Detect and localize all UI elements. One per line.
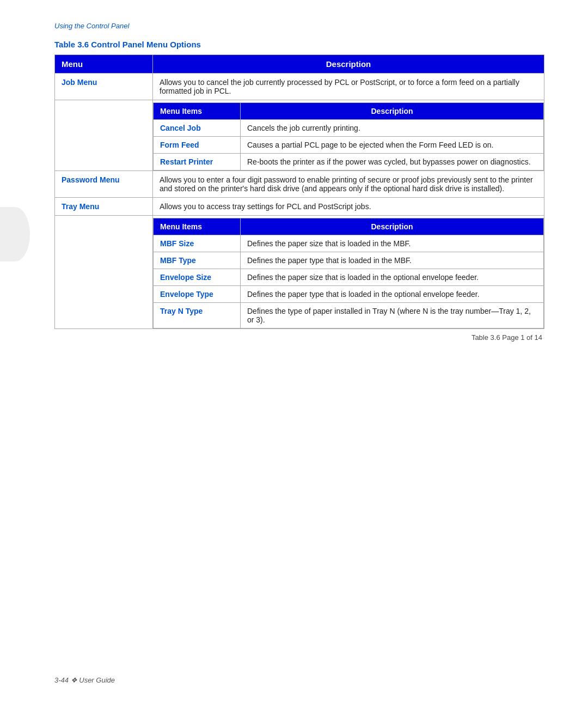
page-content: Using the Control Panel Table 3.6 Contro…: [0, 0, 588, 374]
item-desc-cell: Cancels the job currently printing.: [241, 120, 544, 137]
page-footer: Table 3.6 Page 1 of 14: [54, 333, 544, 342]
inner-table-row: Envelope SizeDefines the paper size that…: [154, 269, 544, 286]
desc-cell: Allows you to cancel the job currently p…: [153, 74, 544, 100]
main-table-header-row: Menu Description: [55, 55, 544, 74]
inner-table: Menu ItemsDescriptionCancel JobCancels t…: [153, 102, 544, 171]
menu-name-cell: Job Menu: [55, 74, 153, 100]
menu-name-cell: Password Menu: [55, 171, 153, 198]
sub-table-cell: Menu ItemsDescriptionMBF SizeDefines the…: [153, 216, 544, 329]
inner-header-description: Description: [241, 103, 544, 120]
item-name-cell: Envelope Size: [154, 269, 241, 286]
item-name-cell: Tray N Type: [154, 303, 241, 328]
sub-table-row: Menu ItemsDescriptionMBF SizeDefines the…: [55, 216, 544, 329]
empty-cell: [55, 100, 153, 171]
item-name-cell: Envelope Type: [154, 286, 241, 303]
main-header-desc: Description: [153, 55, 544, 74]
inner-table: Menu ItemsDescriptionMBF SizeDefines the…: [153, 218, 544, 328]
table-row: Password MenuAllows you to enter a four …: [55, 171, 544, 198]
item-desc-cell: Defines the paper type that is loaded in…: [241, 252, 544, 269]
desc-cell: Allows you to enter a four digit passwor…: [153, 171, 544, 198]
item-name-cell: Form Feed: [154, 137, 241, 154]
empty-cell: [55, 216, 153, 329]
main-header-menu: Menu: [55, 55, 153, 74]
inner-table-row: MBF SizeDefines the paper size that is l…: [154, 235, 544, 252]
item-desc-cell: Defines the paper size that is loaded in…: [241, 269, 544, 286]
inner-table-row: Envelope TypeDefines the paper type that…: [154, 286, 544, 303]
inner-header-row: Menu ItemsDescription: [154, 218, 544, 235]
bottom-footer: 3-44 ❖ User Guide: [54, 676, 115, 684]
inner-table-row: MBF TypeDefines the paper type that is l…: [154, 252, 544, 269]
inner-header-row: Menu ItemsDescription: [154, 103, 544, 120]
inner-table-row: Form FeedCauses a partial PCL page to be…: [154, 137, 544, 154]
item-desc-cell: Defines the type of paper installed in T…: [241, 303, 544, 328]
menu-name-cell: Tray Menu: [55, 198, 153, 216]
inner-table-row: Tray N TypeDefines the type of paper ins…: [154, 303, 544, 328]
table-row: Job MenuAllows you to cancel the job cur…: [55, 74, 544, 100]
table-title: Table 3.6 Control Panel Menu Options: [54, 40, 544, 49]
inner-header-menu-items: Menu Items: [154, 103, 241, 120]
item-name-cell: Restart Printer: [154, 154, 241, 171]
inner-header-description: Description: [241, 218, 544, 235]
inner-header-menu-items: Menu Items: [154, 218, 241, 235]
item-name-cell: MBF Type: [154, 252, 241, 269]
desc-cell: Allows you to access tray settings for P…: [153, 198, 544, 216]
item-desc-cell: Re-boots the printer as if the power was…: [241, 154, 544, 171]
section-label: Using the Control Panel: [54, 22, 544, 30]
item-name-cell: MBF Size: [154, 235, 241, 252]
sub-table-cell: Menu ItemsDescriptionCancel JobCancels t…: [153, 100, 544, 171]
table-row: Tray MenuAllows you to access tray setti…: [55, 198, 544, 216]
item-desc-cell: Defines the paper type that is loaded in…: [241, 286, 544, 303]
inner-table-row: Cancel JobCancels the job currently prin…: [154, 120, 544, 137]
item-desc-cell: Causes a partial PCL page to be ejected …: [241, 137, 544, 154]
item-name-cell: Cancel Job: [154, 120, 241, 137]
main-table: Menu Description Job MenuAllows you to c…: [54, 54, 544, 329]
sub-table-row: Menu ItemsDescriptionCancel JobCancels t…: [55, 100, 544, 171]
item-desc-cell: Defines the paper size that is loaded in…: [241, 235, 544, 252]
inner-table-row: Restart PrinterRe-boots the printer as i…: [154, 154, 544, 171]
